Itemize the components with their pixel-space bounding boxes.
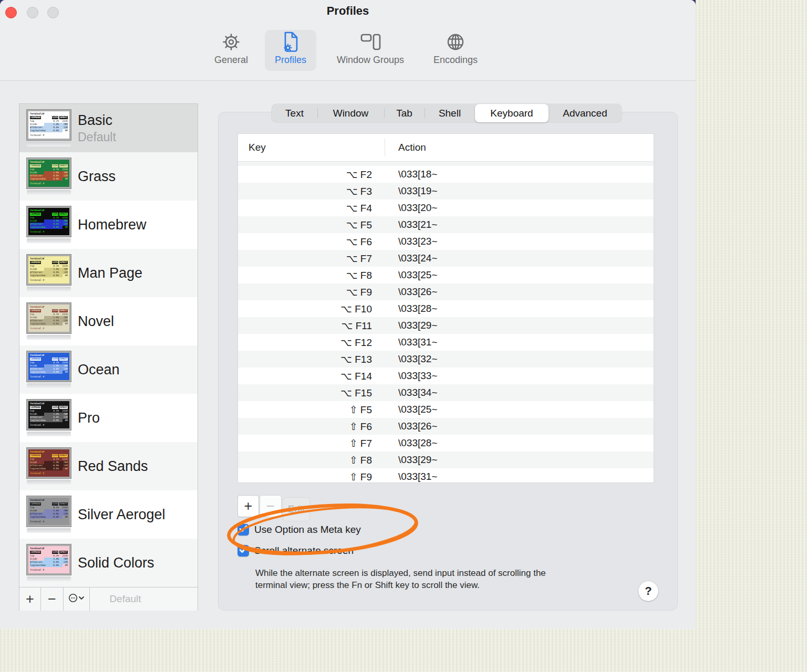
column-divider[interactable] (385, 139, 385, 156)
tab-keyboard[interactable]: Keyboard (475, 104, 549, 122)
profile-list-item-ocean[interactable]: Terminal1#COMMAND%CPURPRVTtop4.1%231KXco… (19, 345, 198, 394)
tab-tab[interactable]: Tab (384, 104, 425, 122)
thumb-process-row: loginwindow0.0%4M (30, 371, 68, 374)
key-binding-row[interactable]: ⇧ F5\033[25~ (238, 401, 654, 418)
column-header-action[interactable]: Action (398, 142, 426, 153)
key-binding-row[interactable]: ⌥ F12\033[31~ (238, 334, 654, 351)
thumb-process-row: loginwindow0.0%4M (30, 564, 68, 567)
key-binding-row[interactable]: ⌥ F3\033[19~ (238, 183, 654, 200)
remove-profile-button[interactable]: − (41, 587, 64, 611)
key-binding-row[interactable]: ⌥ F5\033[21~ (238, 216, 654, 233)
key-binding-row[interactable]: ⌥ F6\033[23~ (238, 233, 654, 250)
tab-label: Tab (396, 108, 412, 119)
toolbar-item-label: Window Groups (337, 55, 404, 66)
checkbox-use-option-as-meta-key[interactable] (237, 524, 249, 536)
key-binding-row[interactable]: ⌥ F2\033[18~ (238, 166, 654, 183)
profile-list-item-novel[interactable]: Terminal1#COMMAND%CPURPRVTtop4.1%231KXco… (19, 297, 198, 345)
key-binding-row[interactable]: ⌥ F11\033[29~ (238, 317, 654, 334)
profile-list-item-pro[interactable]: Terminal1#COMMAND%CPURPRVTtop4.1%231KXco… (19, 394, 198, 442)
key-cell: ⇧ F9 (238, 471, 372, 483)
add-profile-button[interactable]: + (19, 587, 41, 611)
checkbox-label: Use Option as Meta key (254, 524, 361, 536)
key-binding-row[interactable]: ⌥ F10\033[28~ (238, 300, 654, 317)
key-binding-row[interactable]: ⇧ F8\033[29~ (238, 452, 654, 468)
tab-text[interactable]: Text (272, 104, 317, 122)
toolbar-item-profiles[interactable]: Profiles (265, 30, 316, 71)
profile-list-item-silver-aerogel[interactable]: Terminal1#COMMAND%CPURPRVTtop4.1%231KXco… (19, 490, 198, 539)
tab-label: Keyboard (490, 108, 533, 119)
thumb-process-row: loginwindow0.0%4M (30, 467, 68, 470)
profile-list-item-solid-colors[interactable]: Terminal1#COMMAND%CPURPRVTtop4.1%231KXco… (19, 539, 198, 587)
more-options-button[interactable] (64, 587, 90, 611)
key-cell: ⇧ F5 (238, 404, 372, 416)
thumb-reflection (27, 432, 71, 436)
tab-label: Window (333, 108, 369, 119)
set-default-button[interactable]: Default (90, 587, 198, 611)
toolbar-item-general[interactable]: General (209, 30, 253, 71)
check-icon (239, 525, 247, 534)
remove-key-binding-button[interactable]: − (260, 495, 282, 517)
toolbar-item-encodings[interactable]: Encodings (425, 30, 487, 71)
thumb-terminal-preview: Terminal1#COMMAND%CPURPRVTtop4.1%231KXco… (27, 303, 71, 333)
action-cell: \033[31~ (398, 471, 438, 482)
key-cell: ⌥ F7 (238, 253, 372, 265)
tab-label: Text (285, 108, 304, 119)
thumb-reflection (27, 238, 71, 243)
key-binding-row[interactable]: ⇧ F7\033[28~ (238, 435, 654, 452)
key-binding-row[interactable]: ⌥ F8\033[25~ (238, 267, 654, 284)
profile-name: Basic (78, 112, 116, 129)
action-cell: \033[31~ (398, 337, 438, 348)
alternate-screen-help-text: While the alternate screen is displayed,… (255, 568, 618, 591)
thumb-terminal-preview: Terminal1#COMMAND%CPURPRVTtop4.1%231KXco… (27, 400, 71, 430)
profile-thumbnail: Terminal1#COMMAND%CPURPRVTtop4.1%231KXco… (27, 110, 71, 146)
help-button[interactable]: ? (638, 581, 658, 601)
profile-thumbnail: Terminal1#COMMAND%CPURPRVTtop4.1%231KXco… (27, 400, 71, 436)
tab-window[interactable]: Window (317, 104, 384, 122)
thumb-terminal-preview: Terminal1#COMMAND%CPURPRVTtop4.1%231KXco… (27, 448, 71, 478)
key-binding-row[interactable]: ⇧ F9\033[31~ (238, 468, 654, 483)
key-binding-row[interactable]: ⌥ F14\033[33~ (238, 368, 654, 384)
add-key-binding-button[interactable]: + (237, 495, 259, 517)
key-cell: ⌥ F6 (238, 236, 372, 248)
thumb-reflection (27, 383, 71, 388)
key-binding-row[interactable]: ⌥ F4\033[20~ (238, 200, 654, 216)
key-binding-row[interactable]: ⌥ F13\033[32~ (238, 351, 654, 368)
profile-tab-bar: TextWindowTabShellKeyboardAdvanced (272, 104, 622, 122)
profile-list-item-man-page[interactable]: Terminal1#COMMAND%CPURPRVTtop4.1%231KXco… (19, 249, 198, 297)
action-cell: \033[23~ (398, 236, 438, 247)
key-cell: ⌥ F12 (238, 337, 372, 349)
thumb-header-row: COMMAND%CPURPRVT (30, 309, 68, 312)
checkbox-scroll-alternate-screen[interactable] (237, 545, 249, 556)
checkbox-row-scroll-alternate-screen: Scroll alternate screen (237, 545, 354, 556)
key-cell: ⌥ F8 (238, 269, 372, 281)
tab-shell[interactable]: Shell (425, 104, 475, 122)
action-cell: \033[28~ (398, 303, 438, 314)
action-cell: \033[32~ (398, 353, 438, 365)
profile-list-item-grass[interactable]: Terminal1#COMMAND%CPURPRVTtop4.1%231KXco… (19, 152, 198, 201)
key-binding-row[interactable]: ⌥ F9\033[26~ (238, 284, 654, 300)
profile-list-item-basic[interactable]: Terminal1#COMMAND%CPURPRVTtop4.1%231KXco… (19, 104, 198, 152)
thumb-terminal-preview: Terminal1#COMMAND%CPURPRVTtop4.1%231KXco… (27, 544, 71, 575)
thumb-terminal-preview: Terminal1#COMMAND%CPURPRVTtop4.1%231KXco… (27, 351, 71, 382)
profiles-doc-icon (281, 30, 300, 54)
key-binding-row[interactable]: ⇧ F6\033[26~ (238, 418, 654, 435)
column-header-key[interactable]: Key (238, 142, 266, 153)
action-cell: \033[18~ (398, 169, 438, 180)
key-cell: ⇧ F7 (238, 437, 372, 449)
profile-thumbnail: Terminal1#COMMAND%CPURPRVTtop4.1%231KXco… (27, 496, 71, 533)
action-cell: \033[25~ (398, 404, 438, 415)
partial-table-row (238, 162, 654, 166)
thumb-process-row: loginwindow0.0%4M (30, 516, 68, 519)
edit-key-binding-button[interactable]: Edit (283, 497, 310, 521)
profile-list: Terminal1#COMMAND%CPURPRVTtop4.1%231KXco… (19, 104, 198, 587)
thumb-process-row: loginwindow0.0%4M (30, 419, 68, 422)
toolbar-item-window-groups[interactable]: Window Groups (326, 30, 415, 71)
tab-advanced[interactable]: Advanced (549, 104, 622, 122)
action-cell: \033[28~ (398, 437, 438, 449)
key-binding-row[interactable]: ⌥ F15\033[34~ (238, 384, 654, 401)
globe-icon (446, 30, 465, 54)
action-cell: \033[24~ (398, 253, 438, 264)
profile-list-item-red-sands[interactable]: Terminal1#COMMAND%CPURPRVTtop4.1%231KXco… (19, 442, 198, 490)
profile-list-item-homebrew[interactable]: Terminal1#COMMAND%CPURPRVTtop4.1%231KXco… (19, 201, 198, 249)
key-binding-row[interactable]: ⌥ F7\033[24~ (238, 250, 654, 267)
